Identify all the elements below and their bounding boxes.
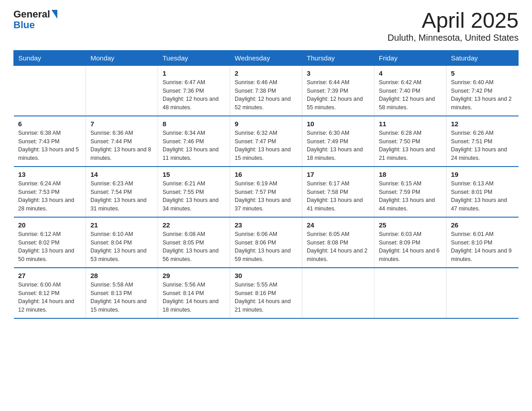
day-info: Sunrise: 6:12 AMSunset: 8:02 PMDaylight:… [18,230,82,264]
day-number: 11 [379,120,442,128]
weekday-header-wednesday: Wednesday [230,50,302,65]
calendar-cell: 7Sunrise: 6:36 AMSunset: 7:44 PMDaylight… [86,116,158,167]
calendar-header-row: SundayMondayTuesdayWednesdayThursdayFrid… [14,50,519,65]
day-number: 24 [307,221,369,229]
day-number: 27 [18,272,82,279]
day-info: Sunrise: 5:55 AMSunset: 8:16 PMDaylight:… [235,281,297,314]
day-info: Sunrise: 6:21 AMSunset: 7:55 PMDaylight:… [163,180,225,213]
day-number: 19 [451,171,514,178]
day-info: Sunrise: 6:26 AMSunset: 7:51 PMDaylight:… [451,129,514,163]
day-info: Sunrise: 6:34 AMSunset: 7:46 PMDaylight:… [163,129,225,163]
day-info: Sunrise: 6:10 AMSunset: 8:04 PMDaylight:… [90,230,153,264]
day-info: Sunrise: 5:58 AMSunset: 8:13 PMDaylight:… [90,281,153,314]
calendar-cell: 3Sunrise: 6:44 AMSunset: 7:39 PMDaylight… [302,65,374,116]
day-number: 7 [90,120,153,128]
day-info: Sunrise: 6:15 AMSunset: 7:59 PMDaylight:… [379,180,442,213]
calendar-cell: 8Sunrise: 6:34 AMSunset: 7:46 PMDaylight… [158,116,230,167]
day-number: 4 [379,69,442,77]
day-info: Sunrise: 6:06 AMSunset: 8:06 PMDaylight:… [235,230,297,264]
calendar-cell: 21Sunrise: 6:10 AMSunset: 8:04 PMDayligh… [86,217,158,268]
calendar-cell: 14Sunrise: 6:23 AMSunset: 7:54 PMDayligh… [86,167,158,217]
calendar-cell: 30Sunrise: 5:55 AMSunset: 8:16 PMDayligh… [230,268,302,318]
day-info: Sunrise: 6:17 AMSunset: 7:58 PMDaylight:… [307,180,369,213]
page-header: General Blue April 2025 Duluth, Minnesot… [13,9,519,43]
logo-triangle-icon [51,10,57,19]
day-info: Sunrise: 6:47 AMSunset: 7:36 PMDaylight:… [163,78,225,112]
day-info: Sunrise: 6:13 AMSunset: 8:01 PMDaylight:… [451,180,514,213]
calendar-cell: 29Sunrise: 5:56 AMSunset: 8:14 PMDayligh… [158,268,230,318]
calendar-cell: 28Sunrise: 5:58 AMSunset: 8:13 PMDayligh… [86,268,158,318]
day-info: Sunrise: 6:00 AMSunset: 8:12 PMDaylight:… [18,281,82,314]
calendar-week-row: 6Sunrise: 6:38 AMSunset: 7:43 PMDaylight… [14,116,519,167]
day-number: 15 [163,171,225,178]
logo-text-blue: Blue [13,19,35,30]
day-number: 18 [379,171,442,178]
calendar-cell: 18Sunrise: 6:15 AMSunset: 7:59 PMDayligh… [374,167,446,217]
calendar-cell [374,268,446,318]
calendar-week-row: 20Sunrise: 6:12 AMSunset: 8:02 PMDayligh… [14,217,519,268]
day-info: Sunrise: 6:42 AMSunset: 7:40 PMDaylight:… [379,78,442,112]
day-info: Sunrise: 6:23 AMSunset: 7:54 PMDaylight:… [90,180,153,213]
day-info: Sunrise: 6:08 AMSunset: 8:05 PMDaylight:… [163,230,225,264]
day-number: 26 [451,221,514,229]
day-number: 20 [18,221,82,229]
day-number: 9 [235,120,297,128]
calendar-cell: 1Sunrise: 6:47 AMSunset: 7:36 PMDaylight… [158,65,230,116]
calendar-cell: 22Sunrise: 6:08 AMSunset: 8:05 PMDayligh… [158,217,230,268]
day-number: 13 [18,171,82,178]
logo-text-general: General [13,9,50,20]
calendar-cell: 13Sunrise: 6:24 AMSunset: 7:53 PMDayligh… [14,167,86,217]
calendar-cell: 11Sunrise: 6:28 AMSunset: 7:50 PMDayligh… [374,116,446,167]
calendar-week-row: 1Sunrise: 6:47 AMSunset: 7:36 PMDaylight… [14,65,519,116]
calendar-cell: 4Sunrise: 6:42 AMSunset: 7:40 PMDaylight… [374,65,446,116]
day-number: 30 [235,272,297,279]
calendar-cell: 27Sunrise: 6:00 AMSunset: 8:12 PMDayligh… [14,268,86,318]
calendar-cell [86,65,158,116]
calendar-cell: 24Sunrise: 6:05 AMSunset: 8:08 PMDayligh… [302,217,374,268]
day-number: 3 [307,69,369,77]
day-number: 25 [379,221,442,229]
weekday-header-tuesday: Tuesday [158,50,230,65]
day-number: 29 [163,272,225,279]
day-number: 23 [235,221,297,229]
page-title: April 2025 [388,9,519,33]
day-info: Sunrise: 6:44 AMSunset: 7:39 PMDaylight:… [307,78,369,112]
day-number: 12 [451,120,514,128]
calendar-cell: 5Sunrise: 6:40 AMSunset: 7:42 PMDaylight… [446,65,519,116]
calendar-table: SundayMondayTuesdayWednesdayThursdayFrid… [13,50,519,319]
calendar-cell [302,268,374,318]
day-number: 6 [18,120,82,128]
day-info: Sunrise: 6:24 AMSunset: 7:53 PMDaylight:… [18,180,82,213]
day-info: Sunrise: 6:19 AMSunset: 7:57 PMDaylight:… [235,180,297,213]
weekday-header-monday: Monday [86,50,158,65]
calendar-cell: 6Sunrise: 6:38 AMSunset: 7:43 PMDaylight… [14,116,86,167]
day-info: Sunrise: 6:28 AMSunset: 7:50 PMDaylight:… [379,129,442,163]
calendar-cell [14,65,86,116]
day-number: 21 [90,221,153,229]
day-number: 8 [163,120,225,128]
day-info: Sunrise: 6:30 AMSunset: 7:49 PMDaylight:… [307,129,369,163]
calendar-cell: 19Sunrise: 6:13 AMSunset: 8:01 PMDayligh… [446,167,519,217]
title-block: April 2025 Duluth, Minnesota, United Sta… [388,9,519,43]
logo: General Blue [13,9,57,30]
calendar-cell [446,268,519,318]
weekday-header-thursday: Thursday [302,50,374,65]
calendar-cell: 12Sunrise: 6:26 AMSunset: 7:51 PMDayligh… [446,116,519,167]
day-number: 10 [307,120,369,128]
calendar-cell: 23Sunrise: 6:06 AMSunset: 8:06 PMDayligh… [230,217,302,268]
calendar-cell: 20Sunrise: 6:12 AMSunset: 8:02 PMDayligh… [14,217,86,268]
day-number: 28 [90,272,153,279]
page-subtitle: Duluth, Minnesota, United States [388,33,519,43]
calendar-cell: 17Sunrise: 6:17 AMSunset: 7:58 PMDayligh… [302,167,374,217]
day-info: Sunrise: 6:32 AMSunset: 7:47 PMDaylight:… [235,129,297,163]
weekday-header-friday: Friday [374,50,446,65]
calendar-cell: 16Sunrise: 6:19 AMSunset: 7:57 PMDayligh… [230,167,302,217]
weekday-header-saturday: Saturday [446,50,519,65]
day-number: 17 [307,171,369,178]
calendar-cell: 25Sunrise: 6:03 AMSunset: 8:09 PMDayligh… [374,217,446,268]
day-info: Sunrise: 5:56 AMSunset: 8:14 PMDaylight:… [163,281,225,314]
day-info: Sunrise: 6:36 AMSunset: 7:44 PMDaylight:… [90,129,153,163]
weekday-header-sunday: Sunday [14,50,86,65]
day-info: Sunrise: 6:38 AMSunset: 7:43 PMDaylight:… [18,129,82,163]
day-number: 22 [163,221,225,229]
